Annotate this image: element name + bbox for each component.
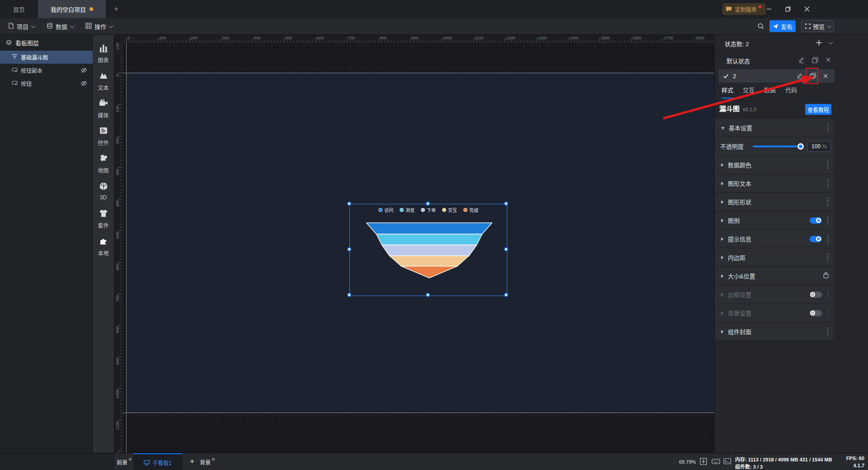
zoom-percent[interactable]: 69.79%	[679, 459, 696, 465]
menu-database[interactable]: 数据	[41, 18, 80, 34]
kebab-menu-icon[interactable]	[826, 216, 830, 226]
console-button[interactable]	[723, 458, 731, 466]
resize-handle[interactable]	[347, 247, 351, 251]
funnel-band-访问[interactable]	[367, 223, 492, 234]
expand-arrow-icon[interactable]	[721, 311, 724, 315]
panel-tab-样式[interactable]: 样式	[722, 85, 733, 99]
expand-arrow-icon[interactable]	[721, 200, 724, 204]
component-category-套件[interactable]: 套件	[93, 205, 114, 232]
funnel-band-完成[interactable]	[401, 266, 458, 278]
section-边框设置[interactable]: 边框设置	[715, 286, 835, 303]
resize-handle[interactable]	[504, 293, 508, 297]
funnel-band-浏览[interactable]	[377, 234, 482, 245]
section-图例[interactable]: 图例	[715, 212, 835, 229]
edit-icon[interactable]	[797, 73, 803, 79]
section-背景设置[interactable]: 背景设置	[715, 304, 835, 322]
toggle-on[interactable]	[810, 217, 822, 224]
component-category-3D[interactable]: 3D	[93, 177, 114, 205]
kebab-menu-icon[interactable]	[826, 179, 830, 188]
kebab-menu-icon[interactable]	[826, 308, 830, 318]
component-category-图表[interactable]: 图表	[93, 39, 114, 67]
panel-tab-交互[interactable]: 交互	[743, 85, 755, 99]
layer-item-按钮副本[interactable]: 按钮副本	[0, 64, 93, 77]
edit-icon[interactable]	[798, 57, 805, 63]
resize-handle[interactable]	[347, 293, 351, 297]
expand-arrow-icon[interactable]	[721, 293, 724, 296]
kebab-menu-icon[interactable]	[826, 290, 830, 300]
toggle-off[interactable]	[810, 291, 822, 298]
shortcut-keys-button[interactable]	[712, 458, 720, 467]
expand-arrow-icon[interactable]	[721, 256, 724, 259]
component-category-媒体[interactable]: 媒体	[93, 94, 114, 122]
eye-off-icon[interactable]	[80, 80, 87, 88]
section-提示信息[interactable]: 提示信息	[715, 230, 835, 248]
kebab-menu-icon[interactable]	[826, 160, 830, 170]
subboard-tab-active[interactable]: 子看板1	[133, 453, 182, 470]
section-内边距[interactable]: 内边距	[715, 249, 835, 266]
resize-handle[interactable]	[504, 247, 508, 251]
delete-state-icon[interactable]	[826, 57, 831, 62]
kebab-menu-icon[interactable]	[826, 253, 830, 263]
section-图形形状[interactable]: 图形形状	[715, 193, 835, 211]
search-button[interactable]	[755, 21, 767, 32]
resize-handle[interactable]	[426, 202, 430, 206]
component-category-本地[interactable]: 本地	[93, 232, 114, 260]
funnel-widget-selection[interactable]: 访问浏览下单交互完成	[349, 204, 507, 296]
state-2-row-selected[interactable]: 2	[718, 69, 835, 83]
section-图形文本[interactable]: 图形文本	[715, 174, 835, 192]
background-button[interactable]: 背景 ⊕	[200, 458, 215, 466]
foreground-button[interactable]: 前景 ⊕	[117, 458, 132, 466]
expand-arrow-icon[interactable]	[721, 127, 725, 130]
canvas[interactable]: 0100200300400500600700800900100011001200…	[114, 35, 714, 453]
opacity-input[interactable]: 100%	[807, 141, 831, 152]
expand-arrow-icon[interactable]	[721, 330, 724, 334]
copy-state-icon[interactable]	[812, 57, 818, 63]
layer-item-按钮[interactable]: 按钮	[0, 77, 93, 90]
lock-icon[interactable]	[823, 272, 829, 280]
resize-handle[interactable]	[347, 202, 351, 206]
panel-tab-代码[interactable]: 代码	[785, 85, 797, 99]
close-button[interactable]	[801, 4, 813, 14]
funnel-band-交互[interactable]	[390, 256, 469, 266]
toggle-on[interactable]	[810, 236, 822, 242]
preview-button[interactable]: 预览	[801, 20, 834, 32]
component-category-地图[interactable]: 地图	[93, 150, 114, 177]
tab-home[interactable]: 首页	[0, 0, 38, 18]
toggle-off[interactable]	[810, 310, 822, 316]
expand-arrow-icon[interactable]	[721, 219, 724, 222]
add-circle-icon[interactable]: ⊕	[212, 457, 215, 461]
section-基本设置[interactable]: 基本设置	[715, 119, 835, 136]
kebab-menu-icon[interactable]	[826, 123, 830, 133]
expand-arrow-icon[interactable]	[721, 237, 724, 241]
expand-arrow-icon[interactable]	[721, 274, 724, 278]
add-board-button[interactable]: +	[187, 456, 197, 466]
eye-off-icon[interactable]	[80, 67, 87, 75]
opacity-slider[interactable]	[753, 146, 803, 147]
panel-tab-数据[interactable]: 数据	[764, 85, 776, 99]
add-circle-icon[interactable]: ⊕	[128, 457, 132, 461]
menu-document[interactable]: 项目	[2, 18, 41, 34]
section-组件封面[interactable]: 组件封面	[715, 323, 835, 340]
layer-item-基础漏斗图[interactable]: 基础漏斗图	[0, 51, 93, 64]
slider-knob[interactable]	[797, 143, 804, 150]
delete-state-icon[interactable]	[823, 73, 828, 79]
maximize-button[interactable]	[782, 4, 794, 14]
expand-arrow-icon[interactable]	[721, 163, 724, 167]
tab-project-active[interactable]: 我的空白项目	[38, 0, 106, 18]
kebab-menu-icon[interactable]	[826, 327, 830, 337]
menu-operate[interactable]: 操作	[80, 18, 118, 34]
new-tab-button[interactable]: +	[111, 4, 121, 14]
component-category-控件[interactable]: 控件	[93, 122, 114, 150]
tutorial-button[interactable]: 查看教程	[805, 104, 831, 115]
kebab-menu-icon[interactable]	[826, 197, 830, 207]
add-state-icon[interactable]	[816, 39, 822, 46]
resize-handle[interactable]	[426, 293, 430, 297]
publish-button[interactable]: 发布	[769, 20, 796, 32]
funnel-band-下单[interactable]	[382, 245, 477, 256]
minimize-button[interactable]	[763, 4, 775, 14]
component-category-文本[interactable]: 文本	[93, 67, 114, 94]
custom-service-button[interactable]: 定制服务	[722, 3, 766, 15]
funnel-chart[interactable]	[350, 204, 508, 296]
resize-handle[interactable]	[504, 202, 508, 206]
section-数据颜色[interactable]: 数据颜色	[715, 156, 835, 174]
